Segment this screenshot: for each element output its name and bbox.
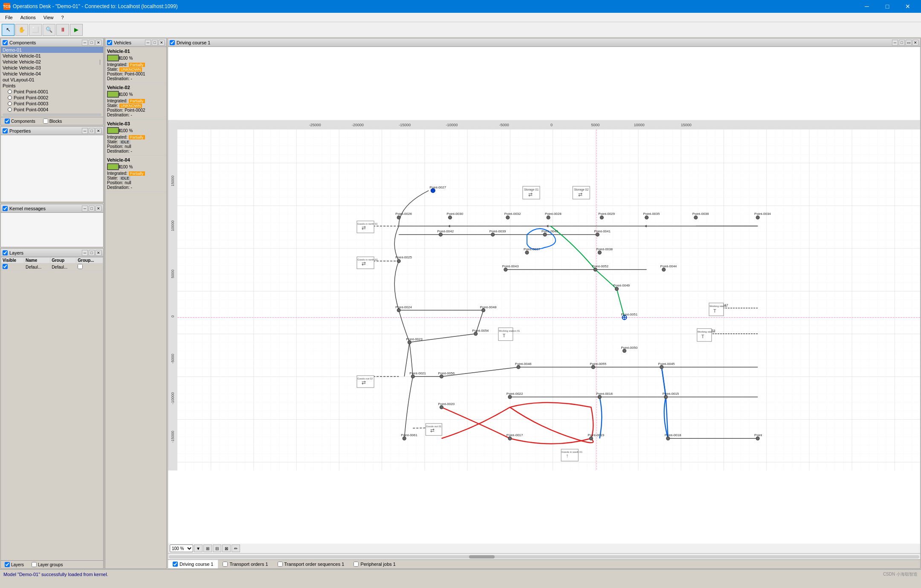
selected-model[interactable]: Demo-01 (1, 47, 103, 53)
menu-actions[interactable]: Actions (17, 14, 39, 21)
point-0045-dot[interactable] (660, 365, 663, 369)
comp-item[interactable]: Vehicle Vehicle-03 (1, 65, 103, 71)
point-0023-dot[interactable] (408, 341, 411, 344)
blocks-tab-check[interactable] (43, 119, 48, 124)
scrollbar[interactable] (3, 113, 101, 116)
select-tool-button[interactable]: ↖ (2, 24, 14, 36)
zoom-select[interactable]: 100 % 75 % 150 % 50 % (170, 545, 193, 552)
kernel-close-btn[interactable]: ✕ (96, 206, 101, 211)
point-item[interactable]: Point Point-0001 (1, 89, 103, 95)
point-item[interactable]: Point Point-0002 (1, 95, 103, 101)
canvas-content[interactable]: -25000 -20000 -15000 -10000 -5000 0 5000… (168, 47, 920, 544)
kernel-restore-btn[interactable]: □ (89, 206, 95, 211)
point-0043-dot[interactable] (504, 268, 507, 271)
point-0022-dot[interactable] (508, 395, 512, 399)
comp-item[interactable]: Vehicle Vehicle-02 │ (1, 59, 103, 65)
point-0046-dot[interactable] (517, 365, 520, 369)
kernel-minimize-btn[interactable]: ─ (82, 206, 88, 211)
vehicles-checkbox[interactable] (107, 40, 112, 45)
layer-groups-tab-check[interactable] (32, 562, 37, 567)
play-button[interactable]: ▶ (70, 24, 83, 36)
transport-orders-tab-check[interactable] (223, 562, 228, 567)
point-0039-dot[interactable] (491, 233, 495, 236)
select-rect-tool-button[interactable]: ⬜ (29, 24, 42, 36)
vehicles-minimize-btn[interactable]: ─ (145, 40, 151, 46)
btn-snap[interactable]: ⊠ (222, 545, 231, 552)
point-0030-dot[interactable] (448, 216, 452, 219)
point-0019-dot[interactable] (589, 437, 593, 440)
layers-checkbox[interactable] (3, 250, 8, 255)
properties-restore-btn[interactable]: □ (89, 128, 95, 134)
driving-course-tab-check[interactable] (173, 562, 178, 567)
btn-edit[interactable]: ✏ (232, 545, 240, 552)
comp-item[interactable]: out VLayout-01 (1, 77, 103, 83)
canvas-scrollbar-h[interactable] (168, 553, 920, 559)
comp-item[interactable]: Vehicle Vehicle-04 (1, 71, 103, 77)
btn-fit[interactable]: ⊞ (203, 545, 212, 552)
point-0055-dot[interactable] (591, 365, 595, 369)
canvas-checkbox[interactable] (170, 40, 175, 45)
vehicles-close-btn[interactable]: ✕ (159, 40, 165, 46)
vehicles-restore-btn[interactable]: □ (152, 40, 158, 46)
zoom-tool-button[interactable]: 🔍 (43, 24, 55, 36)
point-item[interactable]: Point Point-0003 (1, 101, 103, 107)
driving-course-svg[interactable]: -25000 -20000 -15000 -10000 -5000 0 5000… (168, 47, 920, 544)
point-far-right-dot[interactable] (756, 437, 759, 440)
point-0061-dot[interactable] (403, 437, 406, 440)
point-0050-dot[interactable] (623, 349, 626, 353)
scroll-thumb[interactable] (469, 555, 495, 559)
components-tab-check[interactable] (5, 119, 10, 124)
tab-components[interactable]: Components (1, 117, 39, 125)
point-0028-dot[interactable] (547, 216, 550, 219)
point-0032-dot[interactable] (506, 216, 510, 219)
peripheral-tab-check[interactable] (353, 562, 359, 567)
layer-group2-check[interactable] (78, 264, 83, 269)
point-0016-dot[interactable] (598, 395, 601, 399)
point-0024-dot[interactable] (397, 309, 400, 312)
point-0015-dot[interactable] (664, 395, 668, 399)
close-button[interactable]: ✕ (898, 0, 918, 13)
zoom-down-btn[interactable]: ▼ (194, 545, 203, 552)
point-0041-dot[interactable] (596, 233, 599, 236)
point-0056-dot[interactable] (440, 375, 443, 378)
components-minimize-btn[interactable]: ─ (82, 40, 88, 46)
comp-item[interactable]: Vehicle Vehicle-01 (1, 53, 103, 59)
point-0025-dot[interactable] (397, 259, 400, 263)
components-close-btn[interactable]: ✕ (96, 40, 101, 46)
point-0052-dot[interactable] (594, 268, 597, 271)
point-0038-dot[interactable] (598, 251, 601, 254)
tab-blocks[interactable]: Blocks (39, 117, 66, 125)
point-0018-dot[interactable] (666, 437, 670, 440)
point-item[interactable]: Point Point-0004 (1, 107, 103, 113)
properties-checkbox[interactable] (3, 128, 8, 133)
components-checkbox[interactable] (3, 40, 8, 45)
properties-close-btn[interactable]: ✕ (96, 128, 101, 134)
point-0048-dot[interactable] (482, 309, 485, 312)
menu-help[interactable]: ? (58, 14, 67, 21)
pan-tool-button[interactable]: ✋ (15, 24, 28, 36)
point-0037-dot[interactable] (525, 251, 529, 254)
point-0034-dot[interactable] (756, 216, 759, 219)
tab-transport-orders[interactable]: Transport orders 1 (218, 560, 272, 568)
point-0044-dot[interactable] (662, 268, 666, 271)
tab-layer-groups[interactable]: Layer groups (28, 561, 67, 568)
point-0049-dot[interactable] (615, 287, 618, 290)
layers-tab-check[interactable] (5, 562, 10, 567)
maximize-button[interactable]: □ (878, 0, 897, 13)
layers-restore-btn[interactable]: □ (89, 250, 95, 256)
properties-minimize-btn[interactable]: ─ (82, 128, 88, 134)
tab-transport-sequences[interactable]: Transport order sequences 1 (273, 560, 349, 568)
tab-driving-course[interactable]: Driving course 1 (168, 560, 218, 568)
canvas-restore-btn[interactable]: □ (899, 40, 905, 46)
layers-close-btn[interactable]: ✕ (96, 250, 101, 256)
canvas-minimize-btn[interactable]: ─ (892, 40, 898, 46)
point-0042-dot[interactable] (439, 233, 442, 236)
tab-layers[interactable]: Layers (1, 561, 28, 568)
tab-peripheral-jobs[interactable]: Peripheral jobs 1 (349, 560, 400, 568)
layers-minimize-btn[interactable]: ─ (82, 250, 88, 256)
point-0035-dot[interactable] (645, 216, 649, 219)
point-0029-dot[interactable] (600, 216, 603, 219)
point-0021-dot[interactable] (411, 375, 414, 378)
point-0036-dot[interactable] (694, 216, 698, 219)
canvas-maximize-btn[interactable]: ▭ (906, 40, 912, 46)
